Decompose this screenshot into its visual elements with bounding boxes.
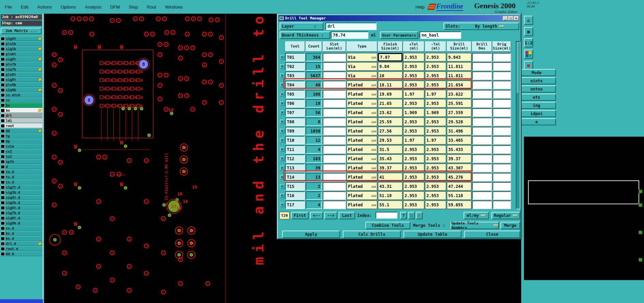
- minus-tol-input[interactable]: 1.97: [425, 136, 446, 144]
- panel-button-ing[interactable]: ing: [517, 102, 556, 109]
- dialog-titlebar[interactable]: Drill Tool Manager _ □ ×: [279, 15, 519, 21]
- tool-row-T14[interactable]: +T1413Plated412.9532.95345.276: [279, 173, 515, 182]
- layer-visibility-checkbox[interactable]: [1, 170, 5, 174]
- layer-item-cs.d[interactable]: cs.d: [0, 180, 42, 184]
- minus-tol-input[interactable]: 2.953: [425, 99, 446, 108]
- layer-visibility-checkbox[interactable]: [1, 42, 5, 46]
- layer-visibility-checkbox[interactable]: [1, 124, 5, 128]
- layer-visibility-checkbox[interactable]: [1, 134, 5, 138]
- drill-des-input[interactable]: [472, 191, 492, 200]
- orig-size-input[interactable]: [493, 62, 511, 71]
- slot-len-input[interactable]: [323, 164, 346, 172]
- layer-visibility-checkbox[interactable]: [1, 247, 5, 251]
- drill-des-input[interactable]: [472, 173, 492, 181]
- drill-des-input[interactable]: [472, 136, 492, 144]
- tool-row-T05[interactable]: +T05108Plated19.691.971.9723.622: [279, 89, 515, 99]
- layer-visibility-checkbox[interactable]: [1, 144, 5, 148]
- layer-visibility-checkbox[interactable]: [1, 180, 5, 184]
- type-dropdown[interactable]: Plated: [347, 154, 377, 163]
- finish-size-input[interactable]: 9.84: [378, 62, 402, 71]
- add-row-icon[interactable]: +: [280, 129, 284, 133]
- drill-size-input[interactable]: 33.465: [447, 136, 471, 144]
- drill-des-input[interactable]: [472, 62, 492, 71]
- layer-item-sig2t.d[interactable]: sig2t.d: [0, 185, 42, 190]
- table-scrollbar[interactable]: [516, 41, 521, 209]
- layer-item-siq7b[interactable]: siq7b: [0, 67, 42, 72]
- drill-des-input[interactable]: [472, 99, 492, 108]
- orig-size-input[interactable]: [493, 118, 511, 126]
- plus-tol-input[interactable]: 2.953: [403, 71, 424, 80]
- orig-size-input[interactable]: [493, 173, 511, 181]
- add-row-icon[interactable]: +: [280, 120, 284, 124]
- panel-button-Mode[interactable]: Mode: [517, 69, 556, 76]
- layer-item-dd[interactable]: dd: [0, 128, 42, 133]
- type-dropdown[interactable]: Plated: [347, 145, 377, 154]
- slot-len-input[interactable]: [323, 173, 346, 181]
- type-dropdown[interactable]: Plated: [347, 173, 377, 181]
- slot-len-input[interactable]: [323, 53, 346, 61]
- minimize-icon[interactable]: _: [503, 16, 508, 20]
- layer-item-ss.d[interactable]: ss.d: [0, 226, 42, 231]
- layer-visibility-checkbox[interactable]: [1, 221, 5, 225]
- layer-visibility-checkbox[interactable]: [1, 237, 5, 240]
- layer-item-to.d[interactable]: to.d: [0, 169, 42, 174]
- next-button[interactable]: -->: [324, 212, 337, 219]
- menu-edit[interactable]: Edit: [21, 4, 28, 10]
- type-dropdown[interactable]: Via: [347, 53, 377, 61]
- menu-options[interactable]: Options: [61, 4, 76, 10]
- layer-visibility-checkbox[interactable]: [1, 119, 5, 123]
- mode-dropdown[interactable]: Regular: [492, 212, 520, 219]
- layer-visibility-checkbox[interactable]: [1, 175, 5, 179]
- minus-tol-input[interactable]: 2.953: [425, 191, 446, 200]
- layer-visibility-checkbox[interactable]: [1, 191, 5, 194]
- zoom-scale-button[interactable]: 1:2: [524, 38, 533, 47]
- merge-button[interactable]: Merge: [500, 222, 520, 229]
- finish-size-input[interactable]: 18.11: [378, 81, 402, 89]
- layer-item-siq9b[interactable]: siq9b: [0, 87, 42, 92]
- minus-tol-input[interactable]: 2.953: [425, 201, 446, 209]
- finish-size-input[interactable]: 19.69: [378, 90, 402, 98]
- home-icon[interactable]: ⌂: [524, 16, 533, 25]
- layer-field-input[interactable]: drl: [325, 23, 377, 30]
- minus-tol-input[interactable]: 1.97: [425, 90, 446, 98]
- add-row-icon[interactable]: +: [280, 101, 284, 106]
- slot-len-input[interactable]: [323, 81, 346, 89]
- layer-visibility-checkbox[interactable]: [1, 252, 5, 256]
- tool-row-T17[interactable]: +T174Plated55.12.9532.95359.055: [279, 200, 515, 209]
- type-dropdown[interactable]: Plated: [347, 191, 377, 200]
- slot-len-input[interactable]: [323, 90, 346, 98]
- layer-visibility-checkbox[interactable]: [1, 165, 5, 169]
- minus-tol-input[interactable]: 1.969: [425, 108, 446, 117]
- slot-len-input[interactable]: [323, 182, 346, 191]
- slot-len-input[interactable]: [323, 118, 346, 126]
- drill-size-input[interactable]: 11.811: [447, 62, 471, 71]
- plus-tol-input[interactable]: 2.953: [403, 173, 424, 181]
- type-dropdown[interactable]: Plated: [347, 164, 377, 172]
- finish-size-input[interactable]: 21.65: [378, 99, 402, 108]
- add-row-icon[interactable]: +: [280, 175, 284, 179]
- layer-item-rout.d[interactable]: rout.d: [0, 246, 42, 251]
- drill-size-input[interactable]: 35.433: [447, 145, 471, 154]
- layer-item-drl.d[interactable]: ✕drl.d: [0, 241, 42, 246]
- minus-tol-input[interactable]: 2.953: [425, 118, 446, 126]
- orig-size-input[interactable]: [493, 99, 511, 108]
- layer-item-rout[interactable]: rout: [0, 123, 42, 128]
- minus-tol-input[interactable]: 2.953: [425, 164, 446, 172]
- drill-size-input[interactable]: 21.654: [447, 81, 471, 89]
- add-row-icon[interactable]: +: [280, 184, 284, 189]
- layer-item-ts.d[interactable]: ts.d: [0, 175, 42, 179]
- calc-drills-button[interactable]: Calc Drills: [343, 231, 401, 238]
- combine-tools-button[interactable]: Combine Tools: [365, 222, 410, 229]
- finish-size-input[interactable]: 10: [378, 71, 402, 80]
- drill-size-input[interactable]: 39.37: [447, 154, 471, 163]
- layer-item-bs[interactable]: bs: [0, 103, 42, 108]
- type-dropdown[interactable]: Plated: [347, 118, 377, 126]
- layer-visibility-checkbox[interactable]: [1, 226, 5, 230]
- update-table-button[interactable]: Update Table: [404, 231, 462, 238]
- layer-item-bp[interactable]: bp: [0, 139, 42, 143]
- add-row-icon[interactable]: +: [280, 147, 284, 152]
- layer-item-pln6t[interactable]: pln6t: [0, 52, 42, 56]
- update-tools-numbers-dropdown[interactable]: Update Tools Numbers: [451, 222, 499, 229]
- tool-row-T13[interactable]: +T1339Plated39.372.9532.95343.307: [279, 163, 515, 173]
- tool-row-T16[interactable]: +T162Plated51.182.9532.95355.118: [279, 191, 515, 200]
